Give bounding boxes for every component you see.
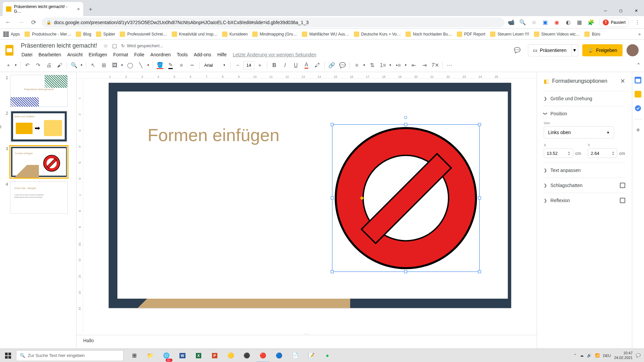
bookmark-item[interactable]: Wahlfächer WU Aus… bbox=[302, 32, 349, 37]
highlight-icon[interactable]: 🖍 bbox=[312, 60, 322, 70]
zoom-icon[interactable]: 🔍 bbox=[519, 19, 526, 26]
horizontal-ruler[interactable]: 1234567891011121314151617181920212223242… bbox=[76, 72, 537, 79]
slide-thumbnail-1[interactable]: Präsentieren leicht gemacht! bbox=[10, 75, 68, 107]
slide-thumbnail-3[interactable]: Formen einfügen bbox=[10, 146, 68, 178]
file-explorer-icon[interactable]: 📁 bbox=[142, 349, 158, 362]
minimize-icon[interactable]: ─ bbox=[598, 5, 613, 16]
resize-handle[interactable] bbox=[331, 270, 334, 273]
taskbar-search[interactable]: 🔍 Zur Suche Text hier eingeben bbox=[16, 350, 123, 361]
bookmark-item[interactable]: Steuern Lesen !!!! bbox=[490, 32, 529, 37]
excel-icon[interactable]: X bbox=[191, 349, 207, 362]
undo-icon[interactable]: ↶ bbox=[22, 60, 33, 70]
chrome-icon[interactable]: 🔴 bbox=[255, 349, 271, 362]
edge-icon[interactable]: 🌐99+ bbox=[158, 349, 174, 362]
extension-icon-2[interactable]: ◉ bbox=[553, 19, 560, 26]
apps-button[interactable]: Apps bbox=[3, 32, 20, 37]
bookmark-item[interactable]: Blog bbox=[76, 32, 91, 37]
notepad-icon[interactable]: 📝 bbox=[303, 349, 319, 362]
slide-stage[interactable]: Formen einfügen bbox=[83, 79, 537, 332]
resize-handle[interactable] bbox=[404, 123, 407, 126]
link-icon[interactable]: 🔗 bbox=[327, 60, 337, 70]
indent-increase-icon[interactable]: ⇥ bbox=[419, 60, 429, 70]
app-icon[interactable]: 🟡 bbox=[223, 349, 239, 362]
present-dropdown[interactable]: ▾ bbox=[572, 44, 578, 56]
slides-panel[interactable]: 1 Präsentieren leicht gemacht! 2 💬 Bilde… bbox=[0, 72, 76, 349]
menu-tools[interactable]: Tools bbox=[174, 51, 191, 59]
section-size-rotation[interactable]: ❯ Größe und Drehung bbox=[544, 96, 625, 101]
slide-canvas[interactable]: Formen einfügen bbox=[109, 83, 511, 308]
font-size-decrease[interactable]: − bbox=[233, 60, 243, 70]
menu-einfuegen[interactable]: Einfügen bbox=[86, 51, 110, 59]
tasks-icon[interactable] bbox=[635, 105, 641, 112]
chevron-down-icon[interactable]: ▼ bbox=[362, 64, 367, 67]
section-text-fit[interactable]: ❯ Text anpassen bbox=[544, 168, 625, 173]
line-spacing-icon[interactable]: ⇅ bbox=[367, 60, 377, 70]
tray-chevron-icon[interactable]: ⌃ bbox=[574, 353, 577, 358]
bookmarks-overflow[interactable]: » bbox=[638, 32, 641, 37]
select-tool-icon[interactable]: ↖ bbox=[88, 60, 98, 70]
slide-title[interactable]: Formen einfügen bbox=[148, 125, 279, 145]
new-slide-button[interactable]: + bbox=[3, 60, 13, 70]
forward-icon[interactable]: → bbox=[16, 18, 25, 27]
profile-avatar[interactable] bbox=[627, 44, 639, 56]
stepper-down-icon[interactable]: ▼ bbox=[568, 153, 570, 156]
word-icon[interactable]: W bbox=[174, 349, 191, 362]
menu-anordnen[interactable]: Anordnen bbox=[148, 51, 173, 59]
vertical-ruler[interactable]: 1234567891011121314 bbox=[76, 79, 83, 332]
slide-thumbnail-2[interactable]: Bilder und Grafiken ➡ bbox=[10, 110, 68, 142]
bookmark-item[interactable]: PDF Report bbox=[457, 32, 485, 37]
border-dash-icon[interactable]: ┅ bbox=[187, 60, 197, 70]
stepper-down-icon[interactable]: ▼ bbox=[612, 153, 614, 156]
no-entry-shape[interactable] bbox=[332, 125, 479, 272]
slide-thumbnail-4[interactable]: Erste Folie - Beispiel Lorem ipsum dolor… bbox=[10, 181, 68, 214]
bookmark-item[interactable]: Kreativität und Insp… bbox=[172, 32, 218, 37]
start-button[interactable] bbox=[0, 349, 16, 362]
stepper-up-icon[interactable]: ▲ bbox=[612, 151, 614, 153]
redo-icon[interactable]: ↷ bbox=[33, 60, 43, 70]
keep-icon[interactable] bbox=[635, 91, 641, 98]
close-window-icon[interactable]: ✕ bbox=[629, 5, 644, 16]
menu-addons[interactable]: Add-ons bbox=[191, 51, 214, 59]
comment-icon[interactable]: 💬 bbox=[337, 60, 347, 70]
clear-formatting-icon[interactable]: T✕ bbox=[430, 60, 440, 70]
image-icon[interactable]: 🖼 bbox=[110, 60, 120, 70]
cloud-icon[interactable]: ☁ bbox=[580, 353, 584, 358]
edge-browser-icon[interactable]: 🔵 bbox=[271, 349, 287, 362]
task-view-icon[interactable]: ⊞ bbox=[126, 349, 142, 362]
shape-icon[interactable]: ◯ bbox=[125, 60, 135, 70]
paint-format-icon[interactable]: 🖌 bbox=[55, 60, 65, 70]
shadow-checkbox[interactable] bbox=[620, 183, 625, 188]
bookmark-item[interactable]: Büro bbox=[584, 32, 600, 37]
chevron-down-icon[interactable]: ▼ bbox=[120, 64, 124, 67]
bulleted-list-icon[interactable]: •≡ bbox=[393, 60, 404, 70]
font-size-increase[interactable]: + bbox=[255, 60, 265, 70]
extension-icon[interactable]: ▣ bbox=[542, 19, 549, 26]
menu-folie[interactable]: Folie bbox=[131, 51, 147, 59]
chrome-menu-icon[interactable]: ⋮ bbox=[634, 19, 641, 26]
present-button[interactable]: ▭ Präsentieren bbox=[528, 44, 572, 56]
bookmark-item[interactable]: Kursideen bbox=[222, 32, 248, 37]
close-panel-icon[interactable]: ✕ bbox=[620, 77, 625, 85]
chevron-down-icon[interactable]: ▼ bbox=[13, 64, 18, 67]
menu-bearbeiten[interactable]: Bearbeiten bbox=[36, 51, 64, 59]
bookmark-item[interactable]: Später bbox=[96, 32, 115, 37]
underline-icon[interactable]: U bbox=[291, 60, 301, 70]
menu-format[interactable]: Format bbox=[111, 51, 131, 59]
bookmark-item[interactable]: Deutsche Kurs + Vo… bbox=[354, 32, 401, 37]
section-shadow[interactable]: ❯ Schlagschatten bbox=[544, 183, 625, 188]
language-indicator[interactable]: DEU bbox=[603, 354, 611, 358]
zoom-icon[interactable]: 🔍 bbox=[69, 60, 79, 70]
calendar-icon[interactable] bbox=[635, 77, 641, 83]
bookmark-item[interactable]: Steuern Videos wic… bbox=[534, 32, 580, 37]
numbered-list-icon[interactable]: 1≡ bbox=[378, 60, 388, 70]
comment-indicator-icon[interactable]: 💬 bbox=[0, 125, 1, 129]
clock[interactable]: 10:47 24.02.2021 bbox=[614, 351, 633, 360]
comments-icon[interactable]: 💬 bbox=[511, 44, 524, 57]
star-icon[interactable]: ☆ bbox=[531, 19, 537, 26]
document-title[interactable]: Präsentieren leicht gemacht! bbox=[19, 42, 99, 50]
selected-shape[interactable] bbox=[332, 124, 480, 272]
font-select[interactable]: Arial▼ bbox=[202, 63, 228, 68]
slides-logo-icon[interactable] bbox=[3, 44, 16, 57]
browser-tab[interactable]: Präsentieren leicht gemacht! - G… × bbox=[3, 2, 83, 16]
chevron-down-icon[interactable]: ▼ bbox=[79, 64, 84, 67]
